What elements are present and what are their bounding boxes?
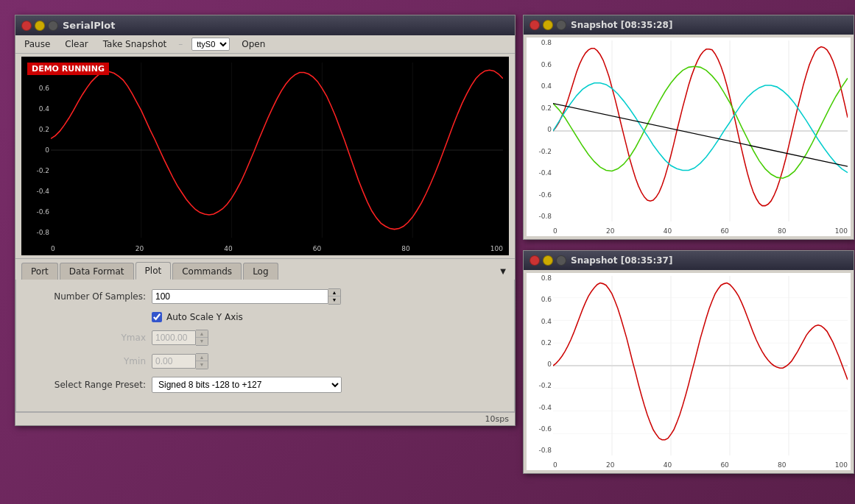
tab-port[interactable]: Port bbox=[21, 263, 58, 280]
auto-scale-checkbox[interactable] bbox=[152, 312, 162, 322]
window-title: SerialPlot bbox=[63, 20, 115, 31]
snapshot-window-1: Snapshot [08:35:28] 0.8 0.6 0.4 0.2 0 -0… bbox=[523, 15, 854, 240]
snap2-controls bbox=[529, 255, 566, 266]
port-select-dropdown[interactable]: ttyS0 bbox=[191, 38, 230, 51]
snapshot-2-titlebar: Snapshot [08:35:37] bbox=[524, 251, 854, 270]
tab-data-format[interactable]: Data Format bbox=[60, 263, 134, 280]
num-samples-row: Number Of Samples: ▲ ▼ bbox=[28, 288, 502, 305]
auto-scale-label: Auto Scale Y Axis bbox=[166, 312, 243, 322]
snapshot-2-title: Snapshot [08:35:37] bbox=[571, 255, 672, 266]
num-samples-label: Number Of Samples: bbox=[28, 291, 146, 302]
snapshot-1-titlebar: Snapshot [08:35:28] bbox=[524, 15, 854, 35]
range-preset-select-group: Signed 8 bits -128 to +127 Unsigned 8 bi… bbox=[152, 377, 342, 393]
num-samples-spinners: ▲ ▼ bbox=[328, 288, 341, 305]
ymax-spinners: ▲ ▼ bbox=[196, 330, 208, 346]
snap2-plot-area bbox=[553, 276, 848, 455]
snap2-min[interactable] bbox=[543, 255, 553, 266]
ymax-spin-down[interactable]: ▼ bbox=[196, 338, 208, 345]
status-sps: 10sps bbox=[485, 414, 509, 424]
demo-badge: DEMO RUNNING bbox=[27, 63, 109, 75]
maximize-button[interactable] bbox=[48, 21, 58, 31]
snap1-plot-area bbox=[553, 40, 848, 221]
snap2-y-axis: 0.8 0.6 0.4 0.2 0 -0.2 -0.4 -0.6 -0.8 bbox=[528, 273, 552, 455]
tab-log[interactable]: Log bbox=[243, 263, 278, 280]
menu-bar: Pause Clear Take Snapshot – ttyS0 Open bbox=[15, 35, 515, 54]
snap1-close[interactable] bbox=[529, 20, 540, 30]
snap2-x-axis: 0 20 40 60 80 100 bbox=[553, 461, 848, 469]
range-preset-row: Select Range Preset: Signed 8 bits -128 … bbox=[28, 377, 502, 393]
port-select-container: ttyS0 bbox=[191, 38, 230, 51]
tab-plot[interactable]: Plot bbox=[136, 262, 172, 280]
ymin-spin-down[interactable]: ▼ bbox=[196, 361, 208, 369]
snapshot-2-plot: 0.8 0.6 0.4 0.2 0 -0.2 -0.4 -0.6 -0.8 0 … bbox=[527, 273, 851, 470]
status-bar: 10sps bbox=[15, 412, 515, 425]
snap2-svg bbox=[553, 276, 848, 455]
snap2-close[interactable] bbox=[529, 255, 540, 266]
range-preset-select[interactable]: Signed 8 bits -128 to +127 Unsigned 8 bi… bbox=[152, 377, 342, 393]
main-window: SerialPlot Pause Clear Take Snapshot – t… bbox=[15, 15, 516, 426]
num-samples-spin-down[interactable]: ▼ bbox=[328, 297, 340, 304]
main-x-axis: 0 20 40 60 80 100 bbox=[51, 245, 503, 252]
range-preset-label: Select Range Preset: bbox=[28, 380, 146, 390]
main-plot-svg bbox=[51, 63, 503, 238]
auto-scale-row: Auto Scale Y Axis bbox=[152, 312, 502, 322]
ymin-spinners: ▲ ▼ bbox=[196, 353, 208, 369]
snap2-max[interactable] bbox=[556, 255, 566, 266]
snapshot-window-2: Snapshot [08:35:37] 0.8 0.6 0.4 0.2 0 -0… bbox=[523, 250, 854, 474]
snapshot-1-plot: 0.8 0.6 0.4 0.2 0 -0.2 -0.4 -0.6 -0.8 0 … bbox=[527, 38, 851, 236]
tabs-overflow-arrow[interactable]: ▼ bbox=[497, 266, 509, 277]
main-y-axis: 0.8 0.6 0.4 0.2 0 -0.2 -0.4 -0.6 -0.8 bbox=[23, 63, 49, 238]
snap1-max[interactable] bbox=[556, 20, 566, 30]
ymin-row: Ymin ▲ ▼ bbox=[28, 353, 502, 369]
snap1-controls bbox=[529, 20, 566, 30]
ymin-label: Ymin bbox=[28, 356, 146, 366]
clear-menu[interactable]: Clear bbox=[62, 38, 91, 51]
ymax-spin-up[interactable]: ▲ bbox=[196, 330, 208, 338]
window-controls bbox=[21, 21, 58, 31]
tabs-bar: Port Data Format Plot Commands Log ▼ bbox=[15, 258, 515, 280]
open-menu[interactable]: Open bbox=[239, 38, 268, 51]
main-plot-container: DEMO RUNNING 0.8 0.6 0.4 0.2 0 -0.2 -0.4… bbox=[21, 57, 509, 255]
ymin-input[interactable] bbox=[152, 354, 196, 369]
snap1-x-axis: 0 20 40 60 80 100 bbox=[553, 227, 848, 235]
ymax-row: Ymax ▲ ▼ bbox=[28, 330, 502, 346]
snap1-y-axis: 0.8 0.6 0.4 0.2 0 -0.2 -0.4 -0.6 -0.8 bbox=[528, 38, 552, 221]
ymax-input[interactable] bbox=[152, 330, 196, 345]
num-samples-input-group: ▲ ▼ bbox=[152, 288, 341, 305]
close-button[interactable] bbox=[21, 21, 32, 31]
main-plot-area bbox=[51, 63, 503, 238]
pause-menu[interactable]: Pause bbox=[21, 38, 53, 51]
minimize-button[interactable] bbox=[35, 21, 45, 31]
plot-tab-content: Number Of Samples: ▲ ▼ Auto Scale Y Axis… bbox=[15, 280, 515, 412]
ymin-input-group: ▲ ▼ bbox=[152, 353, 208, 369]
tab-commands[interactable]: Commands bbox=[172, 263, 242, 280]
snap1-min[interactable] bbox=[543, 20, 553, 30]
desktop: SerialPlot Pause Clear Take Snapshot – t… bbox=[0, 0, 855, 504]
ymax-input-group: ▲ ▼ bbox=[152, 330, 208, 346]
take-snapshot-menu[interactable]: Take Snapshot bbox=[100, 38, 170, 51]
menu-sep: – bbox=[178, 39, 183, 49]
num-samples-input[interactable] bbox=[152, 289, 328, 304]
ymax-label: Ymax bbox=[28, 333, 146, 343]
snap1-svg bbox=[553, 40, 848, 221]
ymin-spin-up[interactable]: ▲ bbox=[196, 354, 208, 361]
main-titlebar: SerialPlot bbox=[15, 15, 515, 35]
snapshot-1-title: Snapshot [08:35:28] bbox=[571, 20, 672, 30]
num-samples-spin-up[interactable]: ▲ bbox=[328, 289, 340, 297]
